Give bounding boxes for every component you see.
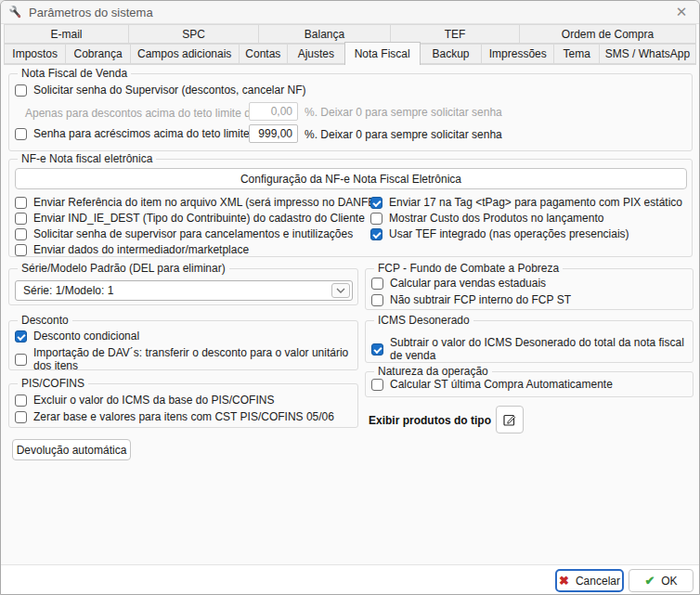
checkbox-row-zerar-base-cst[interactable]: Zerar base e valores para itens com CST …: [15, 410, 334, 423]
wrench-icon: [8, 5, 23, 19]
cancel-x-icon: ✖: [559, 574, 569, 588]
tab-spc[interactable]: SPC: [128, 24, 259, 44]
checkbox-row-tag-tpag-pix[interactable]: Enviar 17 na Tag <tPag> para pagamento c…: [370, 196, 682, 209]
checkbox-row-calcular-st[interactable]: Calcular ST última Compra Automaticament…: [371, 378, 613, 391]
checkbox[interactable]: [15, 395, 27, 407]
checkbox[interactable]: [15, 197, 27, 209]
tab-cobranca[interactable]: Cobrança: [65, 44, 130, 64]
checkbox-row-desconto-condicional[interactable]: Desconto condicional: [15, 330, 139, 343]
checkbox[interactable]: [371, 278, 383, 290]
close-icon[interactable]: ✕: [673, 4, 690, 20]
checkbox-label: Senha para acréscimos acima do teto limi…: [33, 127, 268, 140]
checkbox-row-fcp-interno[interactable]: Não subtrair FCP interno do FCP ST: [371, 293, 571, 306]
cancel-button[interactable]: ✖ Cancelar: [555, 569, 624, 592]
checkbox-row-usar-tef[interactable]: Usar TEF integrado (nas operações presen…: [370, 227, 629, 240]
tab-strip-top: E-mail SPC Balança TEF Ordem de Compra: [4, 24, 696, 44]
combobox-value: Série: 1/Modelo: 1: [16, 284, 113, 297]
ok-check-icon: ✔: [644, 574, 655, 588]
checkbox-row-intermediador[interactable]: Enviar dados do intermediador/marketplac…: [15, 243, 249, 256]
checkbox[interactable]: [371, 294, 383, 306]
tab-email[interactable]: E-mail: [4, 24, 129, 44]
tab-sms-whatsapp[interactable]: SMS / WhatsApp: [599, 44, 696, 64]
checkbox[interactable]: [15, 213, 27, 225]
checkbox-row-fcp-vendas-estaduais[interactable]: Calcular para vendas estaduais: [371, 277, 546, 290]
group-serie-modelo: Série/Modelo Padrão (DEL para eliminar) …: [8, 268, 358, 305]
tab-ajustes[interactable]: Ajustes: [287, 44, 344, 64]
ok-label: OK: [661, 575, 677, 588]
checkbox-label: Enviar Referência do item no arquivo XML…: [33, 196, 379, 209]
checkbox[interactable]: [371, 379, 383, 391]
checkbox[interactable]: [370, 197, 382, 209]
checkbox-row-excluir-icms-base[interactable]: Excluir o valor do ICMS da base do PIS/C…: [15, 394, 274, 407]
cancel-label: Cancelar: [576, 575, 620, 588]
tab-strip-bottom: Impostos Cobrança Campos adicionais Cont…: [4, 44, 696, 65]
group-legend: Série/Modelo Padrão (DEL para eliminar): [18, 262, 229, 275]
checkbox-row-senha-acrescimos[interactable]: Senha para acréscimos acima do teto limi…: [15, 127, 268, 140]
checkbox-label: Solicitar senha do Supervisor (descontos…: [33, 84, 305, 97]
dialog-parametros-do-sistema: Parâmetros do sistema ✕ E-mail SPC Balan…: [0, 0, 700, 595]
checkbox-row-subtrair-icms[interactable]: Subtrair o valor do ICMS Desonerado do t…: [371, 336, 693, 362]
checkbox[interactable]: [15, 128, 27, 140]
tab-backup[interactable]: Backup: [420, 44, 482, 64]
group-legend: PIS/COFINS: [18, 377, 88, 390]
tab-contas[interactable]: Contas: [239, 44, 289, 64]
checkbox-label: Subtrair o valor do ICMS Desonerado do t…: [390, 336, 693, 362]
acrescimos-limit-input[interactable]: [249, 124, 298, 143]
checkbox-row-enviar-ind-ie-dest[interactable]: Enviar IND_IE_DEST (Tipo do Contribuinte…: [15, 212, 365, 225]
checkbox-row-senha-supervisor[interactable]: Solicitar senha do Supervisor (descontos…: [15, 84, 305, 97]
group-legend: NF-e Nota fiscal eletrônica: [18, 152, 156, 165]
checkbox-label: Usar TEF integrado (nas operações presen…: [389, 227, 629, 240]
descontos-suffix: %. Deixar 0 para sempre solicitar senha: [305, 106, 502, 119]
group-legend: Natureza da operação: [374, 365, 492, 378]
checkbox[interactable]: [371, 343, 383, 356]
acrescimos-suffix: %. Deixar 0 para sempre solicitar senha: [305, 128, 502, 141]
checkbox-row-senha-cancelamentos[interactable]: Solicitar senha de supervisor para cance…: [15, 227, 353, 240]
chevron-down-icon[interactable]: [331, 283, 350, 298]
checkbox-label: Zerar base e valores para itens com CST …: [33, 410, 334, 423]
checkbox-row-enviar-referencia[interactable]: Enviar Referência do item no arquivo XML…: [15, 196, 379, 209]
checkbox[interactable]: [15, 330, 27, 343]
edit-produtos-button[interactable]: [496, 406, 524, 433]
checkbox[interactable]: [15, 354, 27, 366]
tab-campos-adicionais[interactable]: Campos adicionais: [130, 44, 240, 64]
checkbox-label: Enviar 17 na Tag <tPag> para pagamento c…: [389, 196, 682, 209]
descontos-limit-input[interactable]: [249, 102, 298, 121]
checkbox-label: Calcular ST última Compra Automaticament…: [390, 378, 613, 391]
descontos-hint: Apenas para descontos acima do teto limi…: [25, 107, 260, 120]
checkbox-label: Desconto condicional: [33, 330, 139, 343]
checkbox-label: Enviar dados do intermediador/marketplac…: [33, 243, 249, 256]
tab-impostos[interactable]: Impostos: [4, 44, 66, 64]
checkbox-label: Calcular para vendas estaduais: [390, 277, 546, 290]
checkbox-label: Não subtrair FCP interno do FCP ST: [390, 293, 571, 306]
serie-modelo-combobox[interactable]: Série: 1/Modelo: 1: [15, 280, 353, 301]
tab-tema[interactable]: Tema: [553, 44, 600, 64]
checkbox-row-mostrar-custo[interactable]: Mostrar Custo dos Produtos no lançamento: [370, 212, 603, 225]
group-natureza-operacao: Natureza da operação Calcular ST última …: [365, 371, 694, 397]
group-legend: ICMS Desonerado: [374, 314, 473, 327]
group-pis-cofins: PIS/COFINS Excluir o valor do ICMS da ba…: [8, 383, 358, 428]
group-legend: FCP - Fundo de Combate a Pobreza: [374, 262, 563, 275]
checkbox[interactable]: [15, 244, 27, 256]
group-legend: Desconto: [18, 314, 72, 327]
checkbox[interactable]: [15, 228, 27, 240]
checkbox-label: Importação de DAV´s: transferir o descon…: [33, 346, 353, 372]
tab-balanca[interactable]: Balança: [258, 24, 391, 44]
tab-nota-fiscal-active[interactable]: Nota Fiscal: [344, 42, 421, 65]
checkbox[interactable]: [370, 228, 382, 240]
ok-button[interactable]: ✔ OK: [629, 569, 694, 592]
checkbox[interactable]: [370, 213, 382, 225]
group-desconto: Desconto Desconto condicional Importação…: [8, 320, 358, 370]
group-fcp: FCP - Fundo de Combate a Pobreza Calcula…: [365, 268, 694, 310]
checkbox[interactable]: [15, 84, 27, 97]
exibir-produtos-label: Exibir produtos do tipo: [369, 414, 491, 427]
config-nfe-button[interactable]: Configuração da NF-e Nota Fiscal Eletrôn…: [15, 168, 687, 189]
checkbox[interactable]: [15, 411, 27, 423]
checkbox-row-importacao-dav[interactable]: Importação de DAV´s: transferir o descon…: [15, 346, 353, 372]
checkbox-label: Enviar IND_IE_DEST (Tipo do Contribuinte…: [33, 212, 365, 225]
group-icms-desonerado: ICMS Desonerado Subtrair o valor do ICMS…: [365, 320, 694, 363]
devolucao-automatica-button[interactable]: Devolução automática: [12, 439, 131, 460]
tab-impressoes[interactable]: Impressões: [481, 44, 554, 64]
tab-ordem-de-compra[interactable]: Ordem de Compra: [519, 24, 696, 44]
group-nfe: NF-e Nota fiscal eletrônica Configuração…: [8, 159, 693, 257]
tab-tef[interactable]: TEF: [390, 24, 520, 44]
